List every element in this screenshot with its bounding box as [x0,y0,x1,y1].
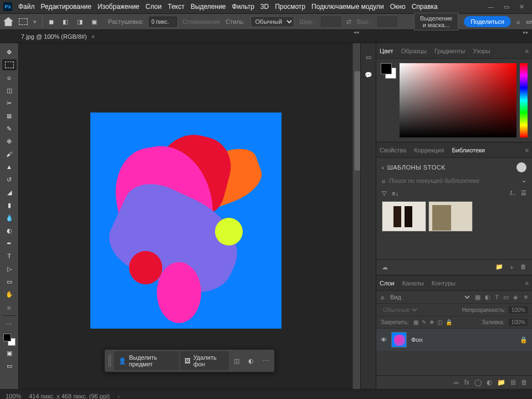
layer-effects-icon[interactable]: fx [464,378,469,386]
new-layer-icon[interactable]: ⊞ [510,378,516,386]
zoom-level[interactable]: 100% [6,393,21,400]
crop-tool-icon[interactable]: ✂ [2,98,17,109]
menu-3d[interactable]: 3D [260,3,269,11]
selection-new-icon[interactable]: ◼ [45,16,57,28]
menu-filter[interactable]: Фильтр [232,3,254,11]
selection-add-icon[interactable]: ◧ [59,16,71,28]
sort-icon[interactable]: ≡↓ [392,190,398,197]
close-tab-icon[interactable]: × [91,33,95,40]
layer-name[interactable]: Фон [411,336,423,343]
home-button[interactable] [3,16,13,28]
trash-icon[interactable]: 🗑 [520,263,526,272]
layer-visibility-icon[interactable]: 👁 [381,336,387,343]
library-item[interactable] [428,201,473,232]
eyedropper-tool-icon[interactable]: ✎ [2,123,17,134]
document-tab[interactable]: 7.jpg @ 100% (RGB/8#) × [21,33,95,40]
object-select-tool-icon[interactable]: ◫ [2,85,17,96]
layer-locked-icon[interactable]: 🔒 [520,336,528,344]
more-options-icon[interactable]: ⋯ [259,354,273,368]
tab-libraries[interactable]: Библиотеки [452,147,485,154]
window-minimize-icon[interactable]: — [488,3,494,11]
lock-artboard-icon[interactable]: ◫ [437,319,442,325]
filter-toggle-icon[interactable] [524,295,528,299]
transform-icon[interactable]: ◫ [230,354,243,368]
adjustment-layer-icon[interactable]: ◐ [487,378,492,386]
cloud-sync-icon[interactable]: ☁ [382,264,388,271]
lock-all-icon[interactable]: 🔒 [446,319,452,325]
library-search-input[interactable] [389,177,518,184]
clone-stamp-tool-icon[interactable]: ▲ [2,161,17,172]
hand-tool-icon[interactable]: ✋ [2,289,17,300]
share-button[interactable]: Поделиться [464,16,511,27]
lasso-tool-icon[interactable]: ⌾ [2,72,17,83]
workspace-switcher-icon[interactable]: ▭▾ [526,16,532,28]
tab-swatches[interactable]: Образцы [401,48,427,54]
remove-background-button[interactable]: 🖼 Удалить фон [180,351,229,370]
link-layers-icon[interactable]: ⫘ [453,378,459,386]
search-icon[interactable]: ⌕ [516,16,520,28]
tab-properties[interactable]: Свойства [380,147,406,154]
tab-paths[interactable]: Контуры [432,280,456,287]
window-maximize-icon[interactable]: ▭ [504,3,509,11]
menu-layers[interactable]: Слои [146,3,162,11]
library-back-icon[interactable]: ‹ [382,164,384,171]
menu-edit[interactable]: Редактирование [41,3,91,11]
layer-thumbnail[interactable] [391,332,407,347]
path-select-tool-icon[interactable]: ▷ [2,263,17,274]
lock-position-icon[interactable]: ✥ [429,319,434,325]
color-swatches[interactable] [3,334,16,346]
style-select[interactable]: Обычный [250,16,294,27]
menu-select[interactable]: Выделение [191,3,226,11]
filter-adjustment-icon[interactable]: ◐ [485,294,490,301]
tab-color[interactable]: Цвет [380,48,393,54]
layer-filter-select[interactable]: Вид [388,293,472,301]
eraser-tool-icon[interactable]: ◢ [2,187,17,198]
drag-handle-icon[interactable] [109,355,111,367]
foreground-color-swatch[interactable] [3,334,11,341]
panel-menu-icon[interactable]: ≡ [525,147,529,154]
panel-menu-icon[interactable]: ≡ [525,48,529,54]
marquee-tool-icon[interactable] [2,59,17,70]
window-close-icon[interactable]: ✕ [519,3,524,11]
add-icon[interactable]: ＋ [509,263,515,272]
blend-mode-select[interactable]: Обычные [381,306,419,314]
tab-patterns[interactable]: Узоры [473,48,490,54]
blur-tool-icon[interactable]: 💧 [2,212,17,223]
menu-image[interactable]: Изображение [98,3,140,11]
library-item[interactable] [382,201,426,232]
adjustment-icon[interactable]: ◐ [244,354,258,368]
color-fg-bg-swatches[interactable] [381,63,396,79]
gradient-tool-icon[interactable]: ▮ [2,200,17,211]
layer-mask-icon[interactable]: ◯ [474,378,482,386]
selection-subtract-icon[interactable]: ◨ [74,16,86,28]
view-list-icon[interactable]: ☰ [521,190,526,197]
menu-text[interactable]: Текст [168,3,185,11]
document-info[interactable]: 414 пикс. x 468 пикс. (96 ppi) [29,393,110,400]
healing-brush-tool-icon[interactable]: ❉ [2,136,17,147]
screen-mode-icon[interactable]: ▭ [2,360,17,371]
frame-tool-icon[interactable]: ⊠ [2,110,17,121]
edit-toolbar-icon[interactable]: ⋯ [2,319,17,330]
delete-layer-icon[interactable]: 🗑 [521,378,528,386]
panel-menu-icon[interactable]: ≡ [525,280,529,287]
color-field[interactable] [400,63,516,137]
tab-gradients[interactable]: Градиенты [434,48,465,54]
zoom-tool-icon[interactable]: ⌕ [2,301,17,313]
menu-plugins[interactable]: Подключаемые модули [311,3,384,11]
group-layers-icon[interactable]: 📁 [497,378,505,386]
lock-transparency-icon[interactable]: ▦ [413,319,418,325]
lock-image-icon[interactable]: ✎ [422,319,426,325]
menu-view[interactable]: Просмотр [275,3,305,11]
tool-preset-marquee-icon[interactable] [19,16,28,28]
comments-panel-icon[interactable]: 💬 [364,70,374,80]
quick-mask-icon[interactable]: ▣ [2,347,17,359]
filter-icon[interactable]: ▽ [382,190,386,197]
collapse-panels-icon[interactable]: ▸▸ [523,29,529,35]
select-and-mask-button[interactable]: Выделение и маска... [414,13,458,30]
move-tool-icon[interactable]: ✥ [2,47,17,58]
pen-tool-icon[interactable]: ✒ [2,238,17,249]
dodge-tool-icon[interactable]: ◐ [2,225,17,236]
menu-help[interactable]: Справка [412,3,438,11]
feather-input[interactable] [149,17,177,27]
fill-value[interactable]: 100% [509,319,528,326]
